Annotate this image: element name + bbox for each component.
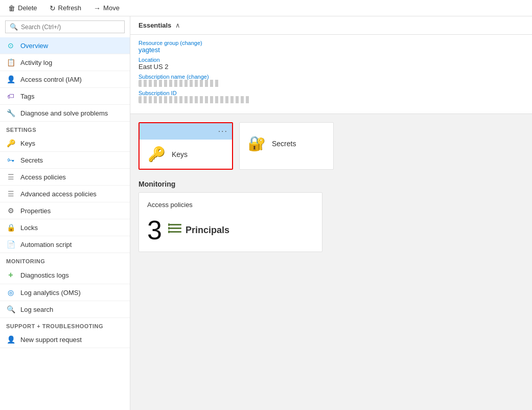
top-toolbar: 🗑 Delete ↻ Refresh → Move xyxy=(0,0,532,16)
iam-icon: 👤 xyxy=(6,75,15,83)
move-icon: → xyxy=(94,4,101,12)
secrets-card[interactable]: 🔐 Secrets xyxy=(239,122,334,170)
secrets-card-label: Secrets xyxy=(272,140,296,148)
collapse-essentials-icon[interactable]: ∧ xyxy=(175,21,180,29)
essentials-bar: Essentials ∧ xyxy=(130,16,532,35)
sidebar-item-diagnose[interactable]: 🔧 Diagnose and solve problems xyxy=(0,105,130,122)
resource-group-value[interactable]: yagtest xyxy=(138,46,524,54)
sidebar-item-advanced-access-policies[interactable]: ☰ Advanced access policies xyxy=(0,186,130,202)
support-icon: 👤 xyxy=(6,335,15,344)
resource-group-row: Resource group (change) yagtest xyxy=(138,40,524,54)
sidebar-item-diagnostics-logs[interactable]: + Diagnostics logs xyxy=(0,266,130,284)
content-area: Essentials ∧ Resource group (change) yag… xyxy=(130,16,532,410)
refresh-button[interactable]: ↻ Refresh xyxy=(48,3,84,13)
svg-rect-5 xyxy=(168,231,170,233)
subscription-name-row: Subscription name (change) xyxy=(138,74,524,87)
sidebar-item-overview[interactable]: ⊙ Overview xyxy=(0,37,130,54)
monitoring-section-label: MONITORING xyxy=(0,253,130,266)
svg-rect-3 xyxy=(168,223,170,226)
essentials-title: Essentials xyxy=(138,21,171,29)
secrets-icon: 🗝 xyxy=(6,156,15,164)
sidebar-item-secrets[interactable]: 🗝 Secrets xyxy=(0,152,130,169)
principals-row: 3 Principals xyxy=(147,217,314,243)
sidebar-item-new-support[interactable]: 👤 New support request xyxy=(0,331,130,348)
cards-area: ··· 🔑 Keys 🔐 Secrets Monitoring xyxy=(130,114,532,260)
tags-icon: 🏷 xyxy=(6,92,15,100)
sidebar-item-automation-script[interactable]: 📄 Automation script xyxy=(0,236,130,253)
feature-cards-row: ··· 🔑 Keys 🔐 Secrets xyxy=(138,122,524,170)
sidebar: 🔍 ⊙ Overview 📋 Activity log 👤 Access con… xyxy=(0,16,130,410)
keys-icon: 🔑 xyxy=(6,139,15,147)
principals-list-icon xyxy=(168,221,182,239)
subscription-id-label: Subscription ID xyxy=(138,90,524,96)
trash-icon: 🗑 xyxy=(8,4,15,12)
search-input[interactable] xyxy=(21,24,120,31)
search-box[interactable]: 🔍 xyxy=(5,20,125,33)
subscription-name-value xyxy=(138,80,220,87)
move-button[interactable]: → Move xyxy=(91,3,122,13)
refresh-icon: ↻ xyxy=(50,4,56,12)
resource-group-label: Resource group (change) xyxy=(138,40,524,46)
log-search-icon: 🔍 xyxy=(6,305,15,313)
access-policies-icon: ☰ xyxy=(6,173,15,181)
diagnose-icon: 🔧 xyxy=(6,109,15,117)
sidebar-item-access-policies[interactable]: ☰ Access policies xyxy=(0,169,130,186)
diagnostics-logs-icon: + xyxy=(6,270,15,280)
principals-icon-text: Principals xyxy=(168,221,229,239)
sidebar-item-keys[interactable]: 🔑 Keys xyxy=(0,135,130,152)
settings-section-label: SETTINGS xyxy=(0,122,130,135)
search-icon: 🔍 xyxy=(10,23,18,31)
main-layout: 🔍 ⊙ Overview 📋 Activity log 👤 Access con… xyxy=(0,16,532,410)
secrets-card-icon: 🔐 xyxy=(248,135,266,152)
access-policies-card-title: Access policies xyxy=(147,201,314,209)
advanced-access-policies-icon: ☰ xyxy=(6,190,15,198)
automation-script-icon: 📄 xyxy=(6,240,15,248)
monitoring-section-title: Monitoring xyxy=(138,176,524,192)
location-row: Location East US 2 xyxy=(138,57,524,71)
subscription-id-value xyxy=(138,96,251,103)
sidebar-item-tags[interactable]: 🏷 Tags xyxy=(0,88,130,105)
keys-card[interactable]: ··· 🔑 Keys xyxy=(138,122,233,170)
secrets-card-body: 🔐 Secrets xyxy=(240,123,333,164)
sidebar-item-activity-log[interactable]: 📋 Activity log xyxy=(0,54,130,71)
essentials-grid: Resource group (change) yagtest Location… xyxy=(130,35,532,114)
log-analytics-icon: ◎ xyxy=(6,288,15,297)
delete-button[interactable]: 🗑 Delete xyxy=(6,3,39,13)
location-label: Location xyxy=(138,57,524,63)
svg-rect-4 xyxy=(168,227,170,230)
keys-card-icon: 🔑 xyxy=(148,146,166,163)
svg-rect-2 xyxy=(169,231,181,233)
keys-card-menu-icon[interactable]: ··· xyxy=(218,127,228,136)
sidebar-item-iam[interactable]: 👤 Access control (IAM) xyxy=(0,71,130,88)
access-policies-monitoring-card: Access policies 3 xyxy=(138,192,322,252)
sidebar-item-locks[interactable]: 🔒 Locks xyxy=(0,219,130,236)
sidebar-item-log-search[interactable]: 🔍 Log search xyxy=(0,301,130,318)
locks-icon: 🔒 xyxy=(6,223,15,232)
principals-label: Principals xyxy=(186,225,229,236)
location-value: East US 2 xyxy=(138,63,524,71)
keys-card-label: Keys xyxy=(172,150,188,158)
activity-log-icon: 📋 xyxy=(6,58,15,66)
keys-card-header: ··· xyxy=(140,123,232,140)
support-section-label: SUPPORT + TROUBLESHOOTING xyxy=(0,318,130,331)
svg-rect-1 xyxy=(169,227,181,229)
subscription-id-row: Subscription ID xyxy=(138,90,524,103)
keys-card-body: 🔑 Keys xyxy=(140,140,232,169)
subscription-name-label: Subscription name (change) xyxy=(138,74,524,80)
overview-icon: ⊙ xyxy=(6,41,15,50)
principals-count: 3 xyxy=(147,217,162,243)
properties-icon: ⚙ xyxy=(6,207,15,215)
sidebar-item-properties[interactable]: ⚙ Properties xyxy=(0,202,130,219)
svg-rect-0 xyxy=(169,224,181,225)
sidebar-item-log-analytics[interactable]: ◎ Log analytics (OMS) xyxy=(0,284,130,301)
